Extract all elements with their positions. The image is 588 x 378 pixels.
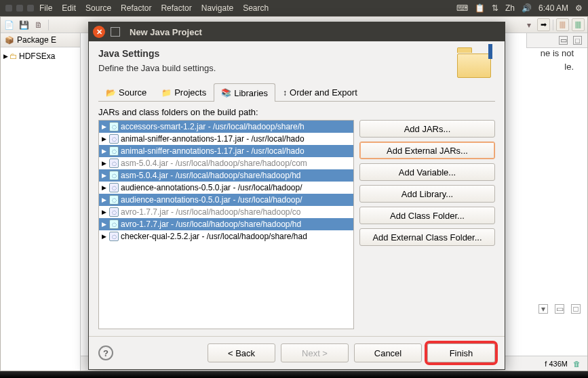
jar-row[interactable]: ▶◌accessors-smart-1.2.jar - /usr/local/h… (99, 121, 353, 133)
tab-order-export[interactable]: ↕Order and Export (275, 83, 365, 101)
jar-icon: ◌ (109, 195, 119, 205)
system-tray: ⌨ 📋 ⇅ Zh 🔊 6:40 AM ⚙ (456, 3, 583, 13)
chevron-down-icon[interactable]: ▾ (524, 20, 534, 30)
calendar-icon[interactable]: 📋 (475, 3, 485, 13)
maximize-icon[interactable] (27, 5, 34, 12)
jar-list[interactable]: ▶◌accessors-smart-1.2.jar - /usr/local/h… (98, 120, 354, 329)
input-lang[interactable]: Zh (505, 3, 515, 13)
jar-row[interactable]: ▶◌avro-1.7.7.jar - /usr/local/hadoop/sha… (99, 218, 353, 230)
dialog-heading: Java Settings (98, 48, 457, 59)
jar-label: animal-sniffer-annotations-1.17.jar - /u… (121, 134, 305, 144)
separator (48, 20, 49, 30)
order-icon: ↕ (283, 88, 287, 98)
network-icon[interactable]: ⇅ (492, 3, 498, 13)
clock[interactable]: 6:40 AM (538, 3, 568, 13)
dock[interactable] (0, 371, 588, 378)
gear-icon[interactable]: ⚙ (575, 3, 583, 13)
help-icon[interactable]: ? (98, 345, 113, 360)
open-perspective-icon[interactable]: ➡ (537, 18, 550, 31)
add-library-button[interactable]: Add Library... (359, 185, 495, 203)
dialog-title: New Java Project (130, 27, 202, 37)
separator (553, 20, 553, 30)
jar-icon: ◌ (109, 134, 119, 144)
expand-icon[interactable]: ▶ (102, 209, 107, 215)
volume-icon[interactable]: 🔊 (522, 3, 532, 13)
editor-tab-controls: ▭ □ (526, 33, 587, 48)
cancel-button[interactable]: Cancel (354, 343, 422, 362)
minimize-view-icon[interactable]: ▭ (559, 36, 568, 45)
tab-projects[interactable]: 📁Projects (154, 83, 214, 101)
memory-status: f 436M (545, 360, 568, 368)
jar-row[interactable]: ▶◌asm-5.0.4.jar - /usr/local/hadoop/shar… (99, 157, 353, 169)
menu-icon[interactable]: ▾ (538, 304, 548, 314)
jar-row[interactable]: ▶◌audience-annotations-0.5.0.jar - /usr/… (99, 194, 353, 206)
jar-icon: ◌ (109, 122, 119, 131)
expand-icon[interactable]: ▶ (102, 196, 107, 203)
minimize-icon[interactable]: ▭ (555, 304, 564, 314)
menu-search[interactable]: Search (243, 3, 269, 13)
view-toolbar: ▾ ▭ □ (538, 304, 581, 314)
add-external-jars-button[interactable]: Add External JARs... (359, 142, 495, 159)
jar-row[interactable]: ▶◌audience-annotations-0.5.0.jar - /usr/… (99, 182, 353, 194)
jar-action-buttons: Add JARs... Add External JARs... Add Var… (359, 120, 495, 329)
expand-icon[interactable]: ▶ (102, 184, 107, 191)
menu-navigate[interactable]: Navigate (201, 3, 233, 13)
menu-edit[interactable]: Edit (62, 3, 76, 13)
new-icon[interactable]: 📄 (3, 20, 14, 30)
menu-file[interactable]: File (39, 3, 52, 13)
maximize-icon[interactable]: □ (571, 304, 581, 314)
tab-libraries[interactable]: 📚Libraries (214, 83, 275, 102)
jar-icon: ◌ (109, 171, 119, 180)
expand-icon[interactable]: ▶ (102, 123, 107, 130)
maximize-view-icon[interactable]: □ (573, 36, 582, 45)
package-explorer-header[interactable]: 📦 Package E (1, 33, 80, 47)
project-label: HDFSExa (19, 51, 55, 61)
gc-icon[interactable]: 🗑 (573, 360, 581, 368)
add-variable-button[interactable]: Add Variable... (359, 163, 495, 181)
expand-icon[interactable]: ▶ (102, 221, 107, 228)
tab-source[interactable]: 📂Source (98, 83, 154, 101)
app-menu[interactable]: File Edit Source Refactor Refactor Navig… (39, 3, 269, 13)
expand-icon[interactable]: ▶ (102, 233, 107, 240)
jar-row[interactable]: ▶◌animal-sniffer-annotations-1.17.jar - … (99, 133, 353, 145)
jar-label: audience-annotations-0.5.0.jar - /usr/lo… (121, 195, 302, 205)
expand-icon[interactable]: ▶ (3, 53, 8, 60)
dialog-footer: ? < Back Next > Cancel Finish (89, 336, 505, 369)
source-folder-icon: 📂 (106, 88, 116, 98)
java-ee-perspective-icon[interactable]: 🀫 (572, 18, 585, 31)
package-explorer-panel: 📦 Package E ▶ 🗀 HDFSExa (1, 33, 81, 371)
expand-icon[interactable]: ▶ (102, 160, 107, 167)
jar-row[interactable]: ▶◌avro-1.7.7.jar - /usr/local/hadoop/sha… (99, 206, 353, 218)
jar-label: animal-sniffer-annotations-1.17.jar - /u… (121, 146, 305, 156)
close-icon[interactable]: ✕ (93, 26, 105, 38)
jar-row[interactable]: ▶◌animal-sniffer-annotations-1.17.jar - … (99, 145, 353, 157)
finish-button[interactable]: Finish (427, 343, 495, 362)
jar-label: avro-1.7.7.jar - /usr/local/hadoop/share… (121, 207, 301, 217)
keyboard-icon[interactable]: ⌨ (456, 3, 468, 13)
expand-icon[interactable]: ▶ (102, 172, 107, 179)
folder-wizard-icon (457, 48, 495, 78)
java-perspective-icon[interactable]: 🀫 (556, 18, 569, 31)
list-caption: JARs and class folders on the build path… (98, 107, 495, 117)
window-controls[interactable] (5, 5, 34, 12)
dialog-titlebar[interactable]: ✕ New Java Project (89, 22, 505, 41)
add-external-class-folder-button[interactable]: Add External Class Folder... (359, 228, 495, 246)
save-icon[interactable]: 💾 (18, 20, 29, 30)
project-tree-item[interactable]: ▶ 🗀 HDFSExa (3, 51, 77, 61)
save-all-icon[interactable]: 🗎 (33, 20, 44, 30)
expand-icon[interactable]: ▶ (102, 148, 107, 154)
add-class-folder-button[interactable]: Add Class Folder... (359, 207, 495, 224)
menu-refactor-2[interactable]: Refactor (161, 3, 191, 13)
jar-label: asm-5.0.4.jar - /usr/local/hadoop/share/… (121, 159, 307, 168)
menu-source[interactable]: Source (85, 3, 111, 13)
minimize-icon[interactable] (16, 5, 23, 12)
add-jars-button[interactable]: Add JARs... (359, 120, 495, 138)
jar-row[interactable]: ▶◌asm-5.0.4.jar - /usr/local/hadoop/shar… (99, 169, 353, 182)
jar-row[interactable]: ▶◌checker-qual-2.5.2.jar - /usr/local/ha… (99, 230, 353, 243)
menu-refactor[interactable]: Refactor (121, 3, 151, 13)
next-button: Next > (281, 343, 349, 362)
system-menubar: File Edit Source Refactor Refactor Navig… (0, 0, 588, 16)
expand-icon[interactable]: ▶ (102, 135, 107, 142)
back-button[interactable]: < Back (208, 343, 275, 362)
close-icon[interactable] (5, 5, 12, 12)
